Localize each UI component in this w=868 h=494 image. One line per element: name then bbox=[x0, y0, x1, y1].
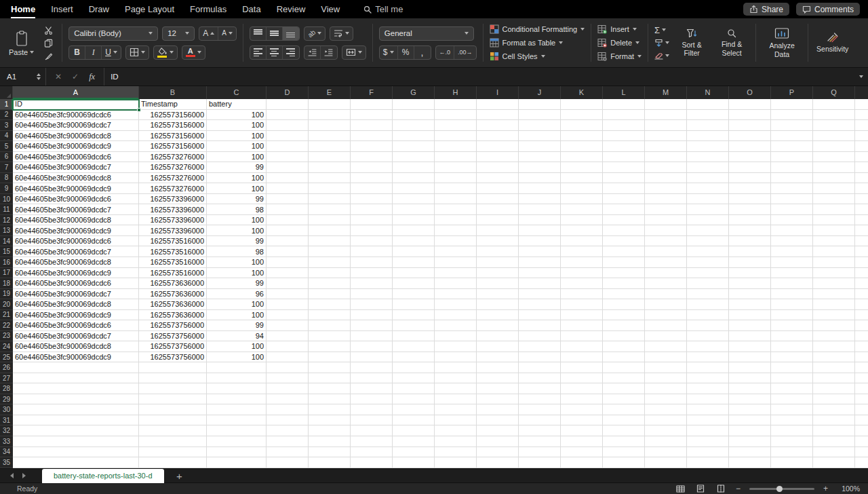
cell-j24[interactable] bbox=[519, 341, 561, 352]
menu-tab-draw[interactable]: Draw bbox=[89, 0, 109, 18]
cell-g32[interactable] bbox=[393, 425, 435, 436]
cell-n29[interactable] bbox=[687, 394, 729, 405]
cell-n28[interactable] bbox=[687, 383, 729, 394]
cell-f35[interactable] bbox=[351, 457, 393, 468]
decrease-indent-button[interactable] bbox=[304, 46, 321, 59]
cell-o13[interactable] bbox=[729, 225, 771, 236]
cell-c7[interactable]: 99 bbox=[207, 162, 267, 173]
row-header-9[interactable]: 9 bbox=[0, 183, 13, 194]
cell-i20[interactable] bbox=[477, 299, 519, 310]
cell-p3[interactable] bbox=[771, 120, 813, 131]
cell-d4[interactable] bbox=[267, 131, 309, 142]
column-header-a[interactable]: A bbox=[13, 86, 139, 99]
cell-k30[interactable] bbox=[561, 404, 603, 415]
cell-o26[interactable] bbox=[729, 362, 771, 373]
cell-p31[interactable] bbox=[771, 415, 813, 426]
cell-h9[interactable] bbox=[435, 183, 477, 194]
cell-m17[interactable] bbox=[645, 268, 687, 279]
cell-f34[interactable] bbox=[351, 447, 393, 458]
cell-m13[interactable] bbox=[645, 225, 687, 236]
cell-q13[interactable] bbox=[813, 225, 855, 236]
cell-d3[interactable] bbox=[267, 120, 309, 131]
cell-k6[interactable] bbox=[561, 152, 603, 163]
cell-k22[interactable] bbox=[561, 320, 603, 331]
cell-n34[interactable] bbox=[687, 447, 729, 458]
cell-m25[interactable] bbox=[645, 352, 687, 363]
cell-h24[interactable] bbox=[435, 341, 477, 352]
cell-q7[interactable] bbox=[813, 162, 855, 173]
cell-n11[interactable] bbox=[687, 204, 729, 215]
cell-e18[interactable] bbox=[309, 278, 351, 289]
cell-k9[interactable] bbox=[561, 183, 603, 194]
cell-e27[interactable] bbox=[309, 373, 351, 384]
copy-button[interactable] bbox=[41, 37, 56, 48]
cell-b5[interactable]: 1625573156000 bbox=[139, 141, 207, 152]
cell-j27[interactable] bbox=[519, 373, 561, 384]
cell-m20[interactable] bbox=[645, 299, 687, 310]
cell-f10[interactable] bbox=[351, 194, 393, 205]
cell-o34[interactable] bbox=[729, 447, 771, 458]
cell-p14[interactable] bbox=[771, 236, 813, 247]
cell-m5[interactable] bbox=[645, 141, 687, 152]
name-box-spinner-icon[interactable] bbox=[37, 73, 41, 80]
increase-indent-button[interactable] bbox=[321, 46, 337, 59]
menu-tab-home[interactable]: Home bbox=[11, 0, 35, 18]
cell-j23[interactable] bbox=[519, 331, 561, 342]
cell-m22[interactable] bbox=[645, 320, 687, 331]
cell-n5[interactable] bbox=[687, 141, 729, 152]
grow-font-button[interactable]: A bbox=[199, 27, 218, 40]
cell-f19[interactable] bbox=[351, 289, 393, 300]
cell-k18[interactable] bbox=[561, 278, 603, 289]
cell-m18[interactable] bbox=[645, 278, 687, 289]
row-header-6[interactable]: 6 bbox=[0, 152, 13, 163]
column-header-m[interactable]: M bbox=[645, 86, 687, 99]
cell-h14[interactable] bbox=[435, 236, 477, 247]
row-header-30[interactable]: 30 bbox=[0, 404, 13, 415]
cell-l14[interactable] bbox=[603, 236, 645, 247]
cell-k27[interactable] bbox=[561, 373, 603, 384]
cell-q26[interactable] bbox=[813, 362, 855, 373]
cell-k4[interactable] bbox=[561, 131, 603, 142]
cell-k26[interactable] bbox=[561, 362, 603, 373]
cell-h18[interactable] bbox=[435, 278, 477, 289]
column-header-b[interactable]: B bbox=[139, 86, 207, 99]
cell-f11[interactable] bbox=[351, 204, 393, 215]
add-sheet-button[interactable]: + bbox=[173, 469, 186, 483]
cell-c10[interactable]: 99 bbox=[207, 194, 267, 205]
cell-h2[interactable] bbox=[435, 110, 477, 121]
cell-a17[interactable]: 60e44605be3fc900069dcdc9 bbox=[13, 268, 139, 279]
cell-l34[interactable] bbox=[603, 447, 645, 458]
zoom-out-button[interactable]: − bbox=[736, 484, 741, 493]
cell-m32[interactable] bbox=[645, 425, 687, 436]
cell-l13[interactable] bbox=[603, 225, 645, 236]
cell-d9[interactable] bbox=[267, 183, 309, 194]
cell-l32[interactable] bbox=[603, 425, 645, 436]
cell-n19[interactable] bbox=[687, 289, 729, 300]
sheet-nav-left-button[interactable] bbox=[5, 469, 18, 483]
row-header-14[interactable]: 14 bbox=[0, 236, 13, 247]
row-header-21[interactable]: 21 bbox=[0, 310, 13, 321]
cell-a35[interactable] bbox=[13, 457, 139, 468]
cell-a2[interactable]: 60e44605be3fc900069dcdc6 bbox=[13, 110, 139, 121]
cell-c17[interactable]: 100 bbox=[207, 268, 267, 279]
cell-b16[interactable]: 1625573516000 bbox=[139, 257, 207, 268]
cell-n17[interactable] bbox=[687, 268, 729, 279]
cell-m3[interactable] bbox=[645, 120, 687, 131]
row-header-7[interactable]: 7 bbox=[0, 162, 13, 173]
cell-g26[interactable] bbox=[393, 362, 435, 373]
cell-o16[interactable] bbox=[729, 257, 771, 268]
cell-e12[interactable] bbox=[309, 215, 351, 226]
cell-m1[interactable] bbox=[645, 99, 687, 110]
underline-button[interactable]: U bbox=[102, 46, 121, 59]
column-header-j[interactable]: J bbox=[519, 86, 561, 99]
cell-h19[interactable] bbox=[435, 289, 477, 300]
cell-l17[interactable] bbox=[603, 268, 645, 279]
cell-h31[interactable] bbox=[435, 415, 477, 426]
cell-e14[interactable] bbox=[309, 236, 351, 247]
cell-b9[interactable]: 1625573276000 bbox=[139, 183, 207, 194]
cell-a8[interactable]: 60e44605be3fc900069dcdc8 bbox=[13, 173, 139, 184]
cell-k33[interactable] bbox=[561, 436, 603, 447]
cell-b29[interactable] bbox=[139, 394, 207, 405]
cell-i28[interactable] bbox=[477, 383, 519, 394]
cell-q3[interactable] bbox=[813, 120, 855, 131]
